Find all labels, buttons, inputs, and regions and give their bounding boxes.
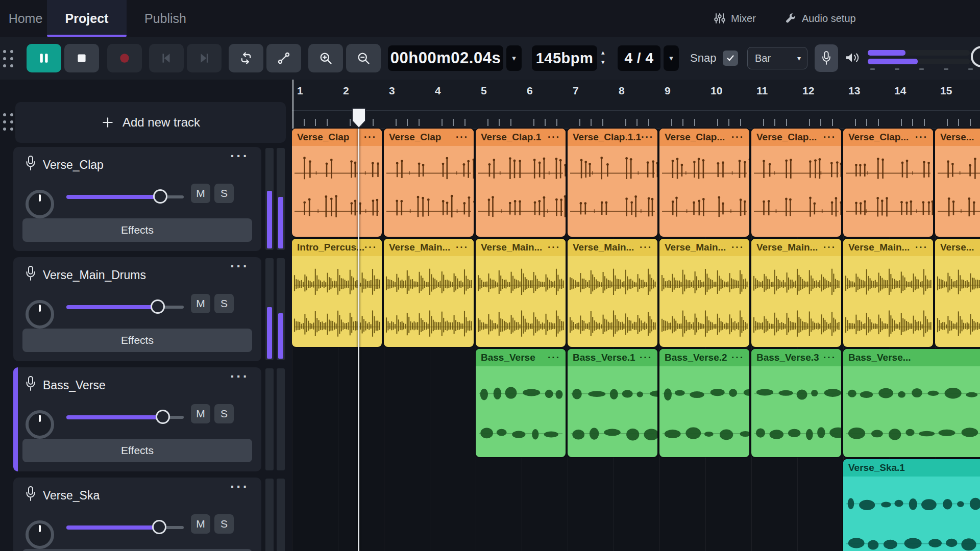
time-signature-caret[interactable]: ▾ [664, 45, 679, 71]
audio-clip[interactable]: Verse_Main...··· [568, 239, 657, 347]
track-lane[interactable]: Verse_Clap···Verse_Clap···Verse_Clap.1··… [292, 129, 980, 237]
tab-project[interactable]: Project [47, 0, 127, 37]
clip-menu-button[interactable]: ··· [364, 132, 377, 143]
solo-button[interactable]: S [214, 294, 234, 313]
audio-clip[interactable]: Verse_Ska.1··· [843, 459, 980, 551]
mute-button[interactable]: M [191, 294, 210, 313]
pan-knob[interactable] [26, 410, 54, 439]
pan-knob[interactable] [26, 300, 54, 329]
track-name[interactable]: Verse_Main_Drums [43, 268, 146, 282]
clip-menu-button[interactable]: ··· [731, 352, 744, 363]
audio-clip[interactable]: Bass_Verse.2··· [659, 349, 749, 457]
master-knob-edge[interactable] [971, 46, 980, 67]
clip-menu-button[interactable]: ··· [548, 132, 560, 143]
audio-clip[interactable]: Bass_Verse··· [476, 349, 566, 457]
track-lane[interactable]: Bass_Verse···Bass_Verse.1···Bass_Verse.2… [292, 349, 980, 457]
clip-menu-button[interactable]: ··· [731, 132, 744, 143]
effects-button[interactable]: Effects [22, 439, 252, 462]
audio-clip[interactable]: Verse_Clap··· [384, 129, 474, 237]
clip-menu-button[interactable]: ··· [456, 242, 469, 253]
effects-button[interactable]: Effects [22, 329, 252, 352]
volume-slider-handle[interactable] [156, 410, 170, 424]
playhead-flag[interactable] [351, 107, 367, 130]
solo-button[interactable]: S [214, 184, 234, 203]
pan-knob[interactable] [26, 520, 54, 549]
track-name[interactable]: Bass_Verse [43, 379, 106, 392]
mute-button[interactable]: M [191, 514, 210, 534]
audio-clip[interactable]: Verse_Clap...··· [751, 129, 841, 237]
pan-knob[interactable] [26, 190, 54, 218]
skip-forward-button[interactable] [187, 44, 222, 72]
playhead-line[interactable] [358, 129, 359, 551]
zoom-in-button[interactable] [308, 44, 343, 72]
speaker-icon[interactable] [844, 51, 861, 64]
volume-slider-handle[interactable] [153, 189, 167, 204]
clip-menu-button[interactable]: ··· [548, 352, 560, 363]
audio-clip[interactable]: Bass_Verse.3··· [751, 349, 841, 457]
clip-menu-button[interactable]: ··· [640, 242, 652, 253]
track-menu-button[interactable]: ··· [230, 258, 249, 274]
mute-button[interactable]: M [191, 184, 210, 203]
effects-button[interactable]: Effects [22, 549, 252, 551]
solo-button[interactable]: S [214, 404, 234, 423]
time-signature-display[interactable]: 4 / 4 [618, 45, 660, 71]
audio-clip[interactable]: Verse_Main...··· [843, 239, 933, 347]
solo-button[interactable]: S [214, 514, 234, 534]
record-button[interactable] [107, 44, 142, 72]
automation-button[interactable] [266, 44, 301, 72]
track-lane[interactable]: Verse_Ska.1··· [292, 459, 980, 551]
stop-button[interactable] [64, 44, 99, 72]
bpm-spinner[interactable]: ▴ ▾ [601, 49, 605, 65]
bpm-display[interactable]: 145bpm [532, 45, 597, 71]
audio-clip[interactable]: Verse...··· [935, 129, 980, 237]
audio-clip[interactable]: Verse_Main...··· [659, 239, 749, 347]
track-name[interactable]: Verse_Clap [43, 158, 104, 172]
mixer-button[interactable]: Mixer [714, 0, 756, 37]
time-display[interactable]: 00h00m02.04s [388, 45, 503, 71]
clip-menu-button[interactable]: ··· [823, 132, 836, 143]
add-track-drag-handle[interactable] [3, 113, 13, 131]
effects-button[interactable]: Effects [22, 218, 252, 242]
volume-slider-handle[interactable] [151, 299, 165, 314]
clip-menu-button[interactable]: ··· [640, 352, 652, 363]
tab-publish[interactable]: Publish [139, 0, 192, 37]
clip-menu-button[interactable]: ··· [456, 132, 469, 143]
transport-drag-handle[interactable] [3, 50, 13, 67]
audio-clip[interactable]: Verse_Clap...··· [659, 129, 749, 237]
track-menu-button[interactable]: ··· [230, 479, 249, 495]
snap-checkbox[interactable] [723, 51, 738, 66]
audio-clip[interactable]: Intro_Percus...··· [292, 239, 382, 347]
timeline-ruler[interactable]: 123456789101112131415 [292, 80, 980, 129]
audio-clip[interactable]: Bass_Verse...··· [843, 349, 980, 457]
clip-menu-button[interactable]: ··· [364, 242, 377, 253]
skip-back-button[interactable] [149, 44, 184, 72]
zoom-out-button[interactable] [346, 44, 381, 72]
mute-button[interactable]: M [191, 404, 210, 423]
audio-clip[interactable]: Verse_Clap··· [292, 129, 382, 237]
clip-menu-button[interactable]: ··· [731, 242, 744, 253]
add-track-button[interactable]: Add new track [15, 102, 286, 143]
audio-clip[interactable]: Verse_Clap.1.1··· [568, 129, 657, 237]
clip-menu-button[interactable]: ··· [548, 242, 560, 253]
volume-slider-handle[interactable] [152, 520, 166, 534]
mic-button[interactable] [815, 44, 838, 72]
track-menu-button[interactable]: ··· [230, 148, 249, 164]
loop-button[interactable] [229, 44, 263, 72]
audio-clip[interactable]: Verse_Main...··· [751, 239, 841, 347]
audio-clip[interactable]: Verse_Main...··· [476, 239, 566, 347]
clip-menu-button[interactable]: ··· [641, 132, 654, 143]
track-menu-button[interactable]: ··· [230, 368, 249, 385]
track-lane[interactable]: Intro_Percus...···Verse_Main...···Verse_… [292, 239, 980, 347]
clip-menu-button[interactable]: ··· [823, 352, 836, 363]
audio-clip[interactable]: Bass_Verse.1··· [568, 349, 657, 457]
pause-button[interactable] [27, 44, 61, 72]
audio-setup-button[interactable]: Audio setup [785, 0, 856, 37]
tab-home[interactable]: Home [5, 0, 46, 37]
track-name[interactable]: Verse_Ska [43, 489, 100, 503]
audio-clip[interactable]: Verse_Main...··· [384, 239, 474, 347]
grid-resolution-dropdown[interactable]: Bar ▾ [747, 47, 807, 69]
audio-clip[interactable]: Verse_Clap.1··· [476, 129, 566, 237]
clip-menu-button[interactable]: ··· [823, 242, 836, 253]
clip-menu-button[interactable]: ··· [915, 132, 928, 143]
audio-clip[interactable]: Verse...··· [935, 239, 980, 347]
